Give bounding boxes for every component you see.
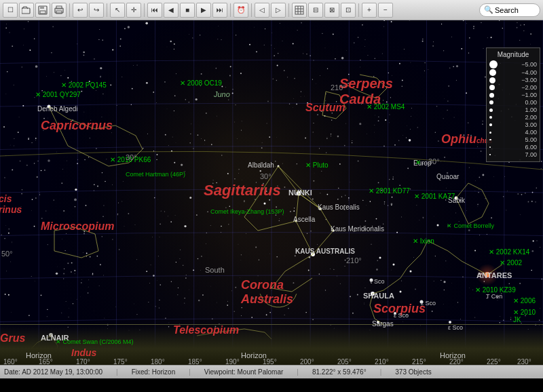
grid4-button[interactable]: ⊡ (341, 3, 356, 18)
svg-rect-3 (40, 11, 45, 14)
mag-label-1: 1.00 (525, 106, 537, 113)
undo-button[interactable]: ↩ (73, 3, 88, 18)
mag-star-m2 (489, 85, 495, 90)
mag-row-m1: −1.00 (489, 92, 537, 98)
search-icon: 🔍 (484, 5, 493, 14)
redo-button[interactable]: ↪ (89, 3, 104, 18)
mag-row-m3: −3.00 (489, 77, 537, 83)
mag-star-2 (489, 116, 492, 119)
status-date: Date: AD 2012 May 19, 13:00:00 (4, 368, 102, 376)
mag-star-m3 (489, 77, 495, 83)
sky-map[interactable]: Capricornus Sagittarius SerpensCauda Scu… (0, 20, 543, 365)
toolbar: ☐ ↩ ↪ ↖ ✛ ⏮ ◀ ■ ▶ ⏭ ⏰ ◁ ▷ ⊟ ⊠ ⊡ + − 🔍 (0, 0, 543, 20)
mag-row-1: 1.00 (489, 106, 537, 113)
status-fov: 81.222° x 59.476° (312, 368, 367, 376)
prev-button[interactable]: ◀ (164, 3, 179, 18)
status-sep3: | (297, 368, 299, 376)
sep5 (251, 3, 252, 17)
mag-label-0: 0.00 (525, 99, 537, 106)
search-input[interactable] (495, 6, 539, 14)
mag-row-5: 5.00 (489, 136, 537, 143)
mag-row-m2: −2.00 (489, 84, 537, 91)
status-sep2: | (189, 368, 191, 376)
sep4 (230, 3, 231, 17)
mag-row-7: 7.00 (489, 151, 537, 158)
horizon-band (0, 324, 543, 365)
mag-row-3: 3.00 (489, 121, 537, 128)
mag-label-6: 6.00 (525, 144, 537, 151)
mag-label-m5: −5.00 (521, 61, 537, 68)
mag-row-6: 6.00 (489, 144, 537, 151)
mag-label-m4: −4.00 (521, 69, 537, 76)
mag-label-2: 2.00 (525, 114, 537, 121)
status-viewpoint: Viewpoint: Mount Palomar (204, 368, 284, 376)
mag-label-m1: −1.00 (521, 92, 537, 98)
zoom-in-button[interactable]: + (362, 3, 377, 18)
sep3 (144, 3, 145, 17)
sep1 (69, 3, 70, 17)
zoom-out-button[interactable]: − (378, 3, 393, 18)
sep6 (288, 3, 289, 17)
status-sep1: | (116, 368, 118, 376)
svg-rect-7 (295, 6, 303, 14)
statusbar: Date: AD 2012 May 19, 13:00:00 | Fixed: … (0, 365, 543, 378)
mag-star-m4 (489, 69, 496, 76)
mag-star-5 (489, 139, 491, 141)
mag-label-m3: −3.00 (521, 77, 537, 83)
save-button[interactable] (35, 3, 50, 18)
print-button[interactable] (52, 3, 67, 18)
mag-label-4: 4.00 (525, 129, 537, 136)
crosshair-button[interactable]: ✛ (126, 3, 141, 18)
play-button[interactable]: ▶ (196, 3, 211, 18)
mag-row-m4: −4.00 (489, 69, 537, 76)
svg-rect-0 (22, 8, 30, 14)
constellation-canvas (0, 20, 543, 365)
mag-label-3: 3.00 (525, 121, 537, 128)
magnitude-legend: Magnitude −5.00 −4.00 −3.00 −2.00 −1.00 … (486, 47, 540, 162)
pluto-label: ✕ Pluto (305, 161, 329, 169)
mag-star-4 (489, 132, 491, 134)
clock-button[interactable]: ⏰ (233, 3, 248, 18)
svg-rect-2 (40, 6, 44, 9)
pointer-button[interactable]: ↖ (110, 3, 125, 18)
next2-button[interactable]: ▷ (271, 3, 286, 18)
open-button[interactable] (19, 3, 34, 18)
grid3-button[interactable]: ⊠ (324, 3, 339, 18)
mag-star-3 (489, 123, 492, 126)
mag-label-5: 5.00 (525, 136, 537, 143)
mag-row-4: 4.00 (489, 129, 537, 136)
sep7 (358, 3, 359, 17)
mag-star-m1 (489, 93, 494, 98)
mag-row-0: 0.00 (489, 99, 537, 106)
grid1-button[interactable] (292, 3, 307, 18)
prev-fast-button[interactable]: ⏮ (147, 3, 162, 18)
mag-star-0 (489, 100, 493, 104)
mag-star-1 (489, 109, 493, 112)
new-button[interactable]: ☐ (3, 3, 18, 18)
mag-star-7 (489, 154, 491, 155)
next-fast-button[interactable]: ⏭ (212, 3, 227, 18)
mag-label-7: 7.00 (525, 151, 537, 158)
magnitude-title: Magnitude (489, 51, 537, 58)
grid2-button[interactable]: ⊟ (308, 3, 323, 18)
mag-label-m2: −2.00 (521, 84, 537, 91)
sep2 (107, 3, 107, 17)
search-box[interactable]: 🔍 (479, 3, 540, 17)
prev2-button[interactable]: ◁ (255, 3, 269, 18)
status-fixed: Fixed: Horizon (132, 368, 175, 376)
status-objects: 373 Objects (395, 368, 431, 376)
mag-row-m5: −5.00 (489, 60, 537, 68)
mag-star-6 (489, 146, 491, 148)
status-sep4: | (380, 368, 382, 376)
mag-star-m5 (489, 60, 498, 68)
mag-row-2: 2.00 (489, 114, 537, 121)
stop-button[interactable]: ■ (180, 3, 195, 18)
